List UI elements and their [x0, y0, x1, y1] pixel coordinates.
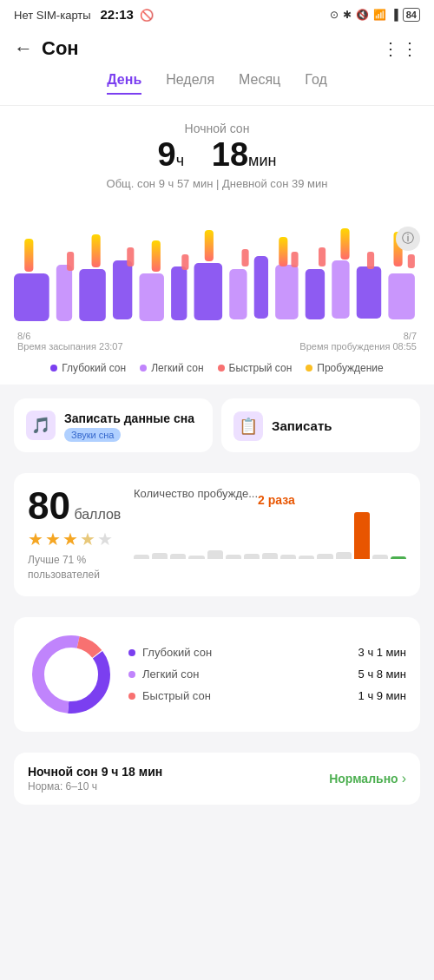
action-row: 🎵 Записать данные сна Звуки сна 📋 Записа… — [0, 391, 434, 459]
donut-chart — [28, 631, 115, 718]
legend-dot-light — [140, 365, 147, 372]
nightly-left: Ночной сон 9 ч 18 мин Норма: 6–10 ч — [28, 765, 162, 793]
svg-rect-8 — [254, 256, 268, 319]
star-3: ★ — [62, 529, 78, 549]
type-value-rem: 1 ч 9 мин — [358, 689, 406, 702]
legend-deep: Глубокий сон — [50, 362, 126, 374]
legend-label-rem: Быстрый сон — [229, 362, 293, 374]
legend-wake: Пробуждение — [306, 362, 383, 374]
action-record-title: Записать данные сна — [64, 411, 194, 426]
status-carrier-time: Нет SIM-карты 22:13 🚫 — [14, 7, 154, 22]
action-badge: Звуки сна — [64, 428, 121, 442]
action-card-record-header: 🎵 Записать данные сна Звуки сна — [26, 411, 201, 442]
tab-day[interactable]: День — [107, 72, 141, 95]
bar-10 — [299, 556, 314, 559]
tab-month[interactable]: Месяц — [239, 72, 280, 95]
more-button[interactable]: ⋮⋮ — [382, 38, 420, 59]
svg-rect-12 — [357, 266, 381, 319]
legend-rem: Быстрый сон — [218, 362, 293, 374]
bar-11 — [317, 554, 332, 559]
bar-7 — [244, 554, 260, 559]
svg-rect-28 — [408, 254, 415, 268]
bar-8 — [262, 553, 278, 559]
write-icon: 📋 — [233, 411, 263, 441]
header-left: ← Сон — [14, 37, 79, 60]
star-1: ★ — [28, 529, 43, 549]
sleep-hours: 9 — [158, 136, 176, 173]
svg-rect-24 — [241, 249, 248, 266]
sleep-types: Глубокий сон 3 ч 1 мин Легкий сон 5 ч 8 … — [128, 646, 406, 702]
svg-rect-3 — [113, 260, 132, 319]
legend-label-light: Легкий сон — [151, 362, 203, 374]
legend: Глубокий сон Легкий сон Быстрый сон Проб… — [0, 352, 434, 385]
bar-3 — [170, 554, 186, 559]
page-title: Сон — [42, 37, 79, 60]
dot-rem — [128, 693, 135, 700]
status-bar: Нет SIM-карты 22:13 🚫 ⊙ ✱ 🔇 📶 ▐ 84 — [0, 0, 434, 29]
tab-year[interactable]: Год — [305, 72, 326, 95]
tabs: День Неделя Месяц Год — [0, 72, 434, 106]
score-sub: Лучше 71 %пользователей — [28, 553, 123, 582]
sleep-duration: 9ч 18мин — [14, 137, 420, 174]
svg-rect-2 — [79, 269, 106, 321]
type-name-rem: Быстрый сон — [142, 689, 352, 702]
score-display: 80 баллов — [28, 487, 123, 525]
svg-rect-23 — [181, 254, 188, 270]
divider-3 — [0, 603, 434, 610]
signal-icon: ▐ — [391, 9, 398, 21]
sleep-type-deep: Глубокий сон 3 ч 1 мин — [128, 646, 406, 659]
svg-rect-26 — [319, 247, 326, 266]
nightly-status: Нормально — [329, 772, 398, 786]
star-5: ★ — [97, 529, 113, 549]
legend-dot-deep — [50, 365, 57, 372]
left-time: Время засыпания 23:07 — [17, 341, 123, 352]
svg-rect-13 — [388, 273, 415, 319]
sleep-minutes: 18 — [212, 136, 248, 173]
bar-4 — [188, 556, 204, 559]
svg-rect-19 — [340, 228, 349, 260]
svg-rect-1 — [56, 265, 72, 321]
sleep-detail: Глубокий сон 3 ч 1 мин Легкий сон 5 ч 8 … — [14, 617, 420, 732]
bar-12 — [336, 552, 352, 559]
dot-deep — [128, 649, 135, 656]
svg-rect-0 — [14, 273, 49, 321]
sleep-hour-unit: ч — [176, 152, 184, 169]
chart-svg — [14, 204, 420, 326]
bar-1 — [134, 555, 149, 559]
sleep-summary: Ночной сон 9ч 18мин Общ. сон 9 ч 57 мин … — [14, 122, 420, 190]
bar-6 — [226, 555, 241, 559]
svg-rect-25 — [291, 252, 298, 267]
info-button[interactable]: ⓘ — [396, 227, 420, 251]
status-icons: ⊙ ✱ 🔇 📶 ▐ 84 — [330, 8, 420, 22]
left-date: 8/6 — [17, 331, 123, 341]
svg-rect-18 — [279, 237, 287, 266]
right-date: 8/7 — [404, 331, 417, 341]
action-card-record[interactable]: 🎵 Записать данные сна Звуки сна — [14, 398, 213, 452]
sleep-type-light: Легкий сон 5 ч 8 мин — [128, 668, 406, 681]
carrier: Нет SIM-карты — [14, 9, 91, 22]
nightly-row[interactable]: Ночной сон 9 ч 18 мин Норма: 6–10 ч Норм… — [14, 753, 420, 805]
bar-5 — [207, 550, 223, 559]
score-number: 80 — [28, 484, 70, 527]
svg-rect-9 — [275, 265, 298, 319]
action-card-write[interactable]: 📋 Записать — [221, 398, 420, 452]
back-button[interactable]: ← — [14, 37, 33, 60]
score-stars: ★ ★ ★ ★ ★ — [28, 529, 123, 549]
nightly-sub: Норма: 6–10 ч — [28, 780, 162, 793]
sleep-type-rem: Быстрый сон 1 ч 9 мин — [128, 689, 406, 702]
svg-rect-15 — [92, 234, 101, 267]
svg-rect-4 — [139, 273, 163, 321]
chart-title: Количество пробужде... — [134, 487, 258, 500]
tab-week[interactable]: Неделя — [166, 72, 214, 95]
divider-2 — [0, 459, 434, 466]
svg-rect-16 — [152, 240, 161, 272]
svg-rect-17 — [205, 230, 214, 261]
bar-today — [354, 512, 370, 559]
record-icon: 🎵 — [26, 411, 56, 440]
sleep-sub: Общ. сон 9 ч 57 мин | Дневной сон 39 мин — [14, 177, 420, 190]
score-right: Количество пробужде... 2 раза — [134, 487, 406, 559]
right-time: Время пробуждения 08:55 — [299, 341, 417, 352]
type-value-light: 5 ч 8 мин — [358, 668, 406, 681]
action-card-record-content: Записать данные сна Звуки сна — [64, 411, 194, 442]
type-name-deep: Глубокий сон — [142, 646, 352, 659]
